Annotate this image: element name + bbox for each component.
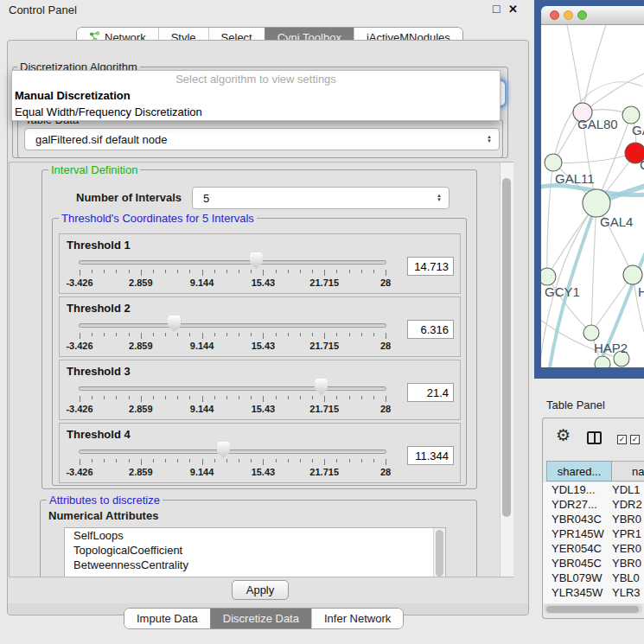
tick-mark <box>288 270 289 273</box>
list-scrollbar[interactable] <box>433 528 445 577</box>
bottom-tab-infer-network[interactable]: Infer Network <box>311 609 403 628</box>
main-scrollbar[interactable] <box>500 163 513 577</box>
tick-label: 2.859 <box>119 341 163 351</box>
network-edge[interactable] <box>591 203 596 333</box>
network-node[interactable] <box>541 268 556 285</box>
tick-mark <box>177 333 178 336</box>
tick-mark <box>202 333 203 339</box>
network-canvas[interactable]: GAL80GACGAL11GAL4GCY1HHAP2 <box>541 25 644 367</box>
tick-mark <box>336 459 337 462</box>
network-edge[interactable] <box>553 153 635 163</box>
threshold-panel-2: Threshold 2-3.4262.8599.14415.4321.71528… <box>59 296 461 357</box>
network-edge[interactable] <box>583 25 606 112</box>
tick-mark <box>239 333 239 336</box>
cell-shared-name: YDL19... <box>543 482 612 497</box>
slider-track[interactable] <box>79 323 386 328</box>
split-columns-icon[interactable] <box>587 431 602 444</box>
table-row[interactable]: YDR27...YDR2 <box>543 497 644 512</box>
tick-mark <box>276 270 277 273</box>
table-hscrollbar[interactable] <box>544 604 642 614</box>
table-hscrollbar-thumb[interactable] <box>546 606 639 613</box>
network-edge[interactable] <box>547 163 553 277</box>
threshold-value-field[interactable]: 11.344 <box>407 446 454 465</box>
slider-thumb[interactable] <box>168 316 181 332</box>
numerical-attributes-list[interactable]: SelfLoopsTopologicalCoefficientBetweenne… <box>64 527 446 577</box>
tick-label: 15.43 <box>241 341 284 351</box>
checkbox-icon[interactable]: ✓ <box>630 435 640 444</box>
threshold-panel-3: Threshold 3-3.4262.8599.14415.4321.71528… <box>59 360 461 420</box>
network-window-titlebar[interactable] <box>541 6 644 25</box>
table-row[interactable]: YPR145WYPR1 <box>543 526 644 541</box>
slider-thumb[interactable] <box>217 442 230 458</box>
tick-mark <box>336 396 337 399</box>
combo-arrows-icon: ▲▼ <box>487 135 492 143</box>
tick-mark <box>276 396 277 399</box>
tick-label: 21.715 <box>303 277 346 288</box>
tick-mark <box>373 270 374 273</box>
cell-shared-name: YLR345W <box>543 585 612 600</box>
table-row[interactable]: YLR345WYLR3 <box>543 585 644 600</box>
tick-mark <box>361 333 362 336</box>
tick-label: 15.43 <box>241 404 284 414</box>
slider-thumb[interactable] <box>250 252 263 269</box>
checkbox-icon[interactable]: ✓ <box>617 435 627 444</box>
tick-mark <box>116 459 117 462</box>
column-header-name[interactable]: na <box>612 461 644 481</box>
table-row[interactable]: YDL19...YDL1 <box>543 482 644 497</box>
screen: Control Panel □ ✕ NetworkStyleSelectCyni… <box>0 0 644 644</box>
list-item-selfloops[interactable]: SelfLoops <box>65 528 445 543</box>
table-row[interactable]: YBR043CYBR0 <box>543 512 644 526</box>
close-icon[interactable]: ✕ <box>508 3 518 16</box>
popup-item-manual-discretization[interactable]: Manual Discretization <box>12 87 500 104</box>
list-scrollbar-thumb[interactable] <box>436 530 443 577</box>
network-node[interactable] <box>583 189 610 217</box>
network-edge[interactable] <box>567 25 583 112</box>
number-of-intervals-combobox[interactable]: 5 ▲▼ <box>192 187 450 209</box>
bottom-tab-impute-data[interactable]: Impute Data <box>124 609 210 628</box>
tick-mark <box>141 333 142 339</box>
network-edge[interactable] <box>583 73 644 112</box>
network-edge[interactable] <box>591 275 633 333</box>
column-header-shared[interactable]: shared... <box>546 461 612 481</box>
cell-shared-name: YBL079W <box>543 571 612 585</box>
table-row[interactable]: YBR045CYBR0 <box>543 556 644 571</box>
slider-track[interactable] <box>79 260 386 265</box>
network-node-label: C <box>640 157 644 172</box>
table-data-combobox[interactable]: galFiltered.sif default node ▲▼ <box>24 128 500 150</box>
combo-arrows-icon: ▲▼ <box>437 194 442 202</box>
network-node[interactable] <box>545 154 562 171</box>
zoom-traffic-light[interactable] <box>577 10 587 20</box>
network-node-label: GAL80 <box>577 117 618 131</box>
tick-mark <box>386 333 386 339</box>
list-item-topologicalcoefficient[interactable]: TopologicalCoefficient <box>65 543 445 558</box>
tick-mark <box>177 396 178 399</box>
network-node[interactable] <box>595 356 610 367</box>
slider-track[interactable] <box>79 450 386 454</box>
close-traffic-light[interactable] <box>550 10 559 20</box>
threshold-value-field[interactable]: 21.4 <box>407 383 454 402</box>
cell-name: YBR0 <box>612 512 641 526</box>
table-row[interactable]: YER054CYER0 <box>543 541 644 556</box>
threshold-value-field[interactable]: 14.713 <box>407 257 454 276</box>
tick-mark <box>288 459 289 462</box>
network-node[interactable] <box>623 265 642 284</box>
gear-icon[interactable]: ⚙ <box>556 425 571 445</box>
slider-thumb[interactable] <box>315 379 328 395</box>
tick-mark <box>349 396 350 399</box>
main-scrollbar-thumb[interactable] <box>502 178 511 517</box>
table-row[interactable]: YIL053CYIL0 <box>543 600 644 603</box>
slider-track[interactable] <box>79 386 386 391</box>
apply-button[interactable]: Apply <box>232 580 289 600</box>
list-item-betweennesscentrality[interactable]: BetweennessCentrality <box>65 558 445 572</box>
bottom-tab-discretize-data[interactable]: Discretize Data <box>210 609 311 628</box>
minimize-traffic-light[interactable] <box>564 10 573 20</box>
tick-mark <box>80 333 80 339</box>
table-row[interactable]: YBL079WYBL0 <box>543 571 644 585</box>
network-node[interactable] <box>583 325 599 341</box>
network-node[interactable] <box>622 106 640 124</box>
float-window-icon[interactable]: □ <box>493 2 500 16</box>
network-node-label: GAL4 <box>600 214 633 229</box>
threshold-value-field[interactable]: 6.316 <box>407 320 454 339</box>
popup-item-equal-width-frequency[interactable]: Equal Width/Frequency Discretization <box>12 104 500 120</box>
tick-label: 21.715 <box>303 341 346 351</box>
